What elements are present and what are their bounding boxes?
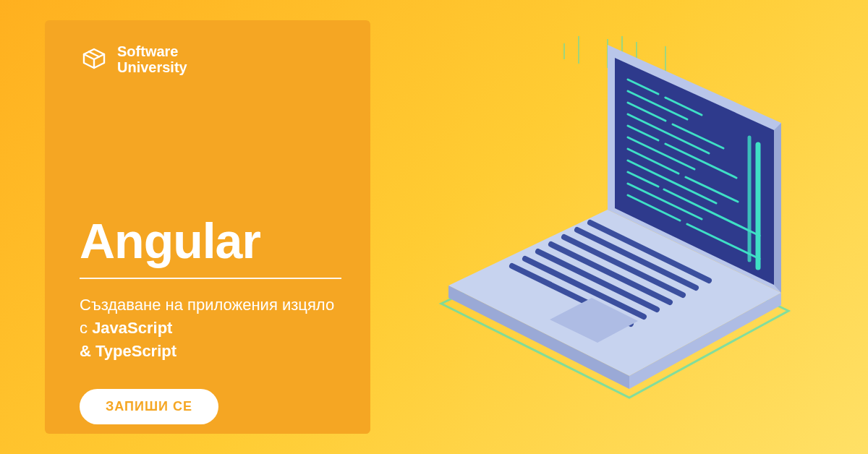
course-subtitle: Създаване на приложения изцяло с JavaScr… bbox=[80, 294, 340, 363]
subtitle-amp: & bbox=[80, 342, 95, 360]
open-box-icon bbox=[80, 45, 109, 74]
laptop-illustration bbox=[398, 36, 817, 412]
course-title: Angular bbox=[80, 213, 341, 269]
logo-line-1: Software bbox=[117, 43, 187, 59]
signup-button[interactable]: ЗАПИШИ СЕ bbox=[80, 389, 218, 424]
logo: Software University bbox=[80, 43, 341, 75]
logo-text: Software University bbox=[117, 43, 187, 75]
subtitle-bold-1: JavaScript bbox=[92, 319, 172, 337]
logo-line-2: University bbox=[117, 59, 187, 75]
subtitle-bold-2: TypeScript bbox=[95, 342, 176, 360]
title-divider bbox=[80, 278, 341, 279]
promo-panel: Software University Angular Създаване на… bbox=[45, 20, 370, 434]
